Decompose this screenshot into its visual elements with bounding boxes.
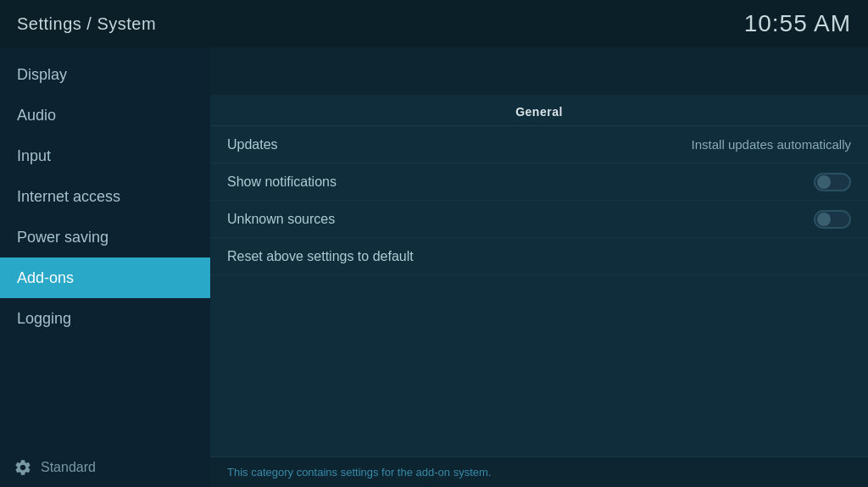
reset-label: Reset above settings to default (227, 249, 414, 264)
content-area: General Updates Install updates automati… (210, 47, 868, 487)
clock: 10:55 AM (744, 10, 851, 37)
sidebar-item-audio[interactable]: Audio (0, 95, 210, 136)
unknown-sources-label: Unknown sources (227, 212, 335, 227)
unknown-sources-toggle[interactable] (814, 210, 851, 229)
sidebar-item-logging[interactable]: Logging (0, 298, 210, 339)
content-body: General Updates Install updates automati… (210, 95, 868, 487)
content-top-bar (210, 47, 868, 95)
show-notifications-label: Show notifications (227, 174, 337, 190)
content-fill (210, 275, 868, 457)
footer-text: This category contains settings for the … (227, 466, 491, 479)
settings-row-show-notifications[interactable]: Show notifications (210, 163, 868, 201)
standard-label: Standard (41, 460, 96, 475)
header: Settings / System 10:55 AM (0, 0, 868, 47)
sidebar-item-input[interactable]: Input (0, 136, 210, 176)
show-notifications-toggle[interactable] (814, 173, 851, 191)
sidebar: Display Audio Input Internet access Powe… (0, 47, 210, 487)
updates-value: Install updates automatically (692, 137, 851, 152)
sidebar-item-add-ons[interactable]: Add-ons (0, 257, 210, 298)
sidebar-item-display[interactable]: Display (0, 54, 210, 95)
reset-row[interactable]: Reset above settings to default (210, 238, 868, 275)
section-header: General (210, 95, 868, 126)
page-title: Settings / System (17, 14, 156, 34)
sidebar-bottom[interactable]: Standard (0, 448, 210, 487)
settings-row-updates[interactable]: Updates Install updates automatically (210, 126, 868, 163)
gear-icon (14, 458, 32, 477)
updates-label: Updates (227, 137, 278, 152)
main-layout: Display Audio Input Internet access Powe… (0, 47, 868, 487)
toggle-knob-2 (817, 213, 831, 226)
sidebar-spacer (0, 339, 210, 448)
sidebar-item-power-saving[interactable]: Power saving (0, 217, 210, 257)
settings-row-unknown-sources[interactable]: Unknown sources (210, 201, 868, 238)
toggle-knob (817, 175, 831, 189)
sidebar-item-internet-access[interactable]: Internet access (0, 176, 210, 217)
content-footer: This category contains settings for the … (210, 457, 868, 487)
